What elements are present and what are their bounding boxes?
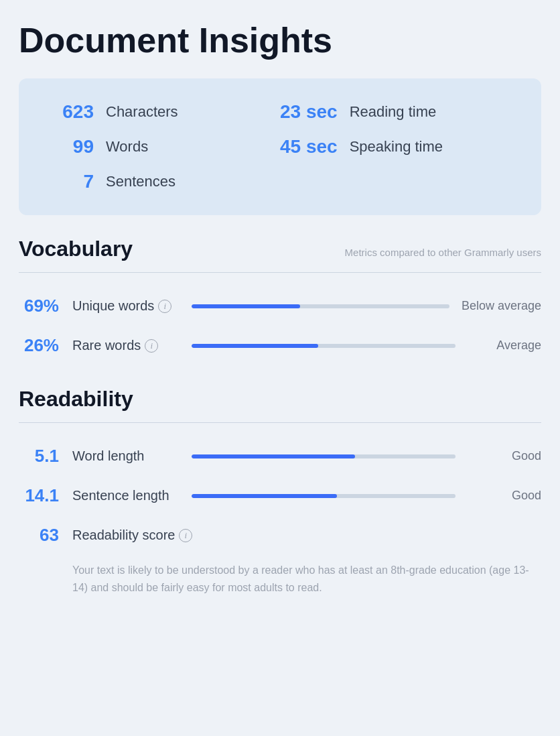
progress-fill-word-length — [192, 454, 355, 458]
progress-bar-word-length — [192, 454, 456, 458]
progress-bar-rare-words — [192, 344, 456, 348]
progress-fill-sentence-length — [192, 494, 337, 498]
metric-label-rare-words: Rare words i — [72, 338, 180, 353]
stat-label-sentences: Sentences — [106, 173, 176, 190]
metric-value-unique-words: 69% — [19, 296, 72, 316]
vocabulary-title: Vocabulary — [19, 237, 133, 261]
metric-rating-unique-words: Below average — [462, 299, 541, 313]
stat-value-characters: 623 — [40, 101, 94, 123]
stat-value-reading-time: 23 sec — [280, 101, 338, 123]
vocabulary-header: Vocabulary Metrics compared to other Gra… — [19, 237, 541, 261]
info-icon-unique-words[interactable]: i — [158, 300, 171, 313]
stat-label-reading-time: Reading time — [350, 103, 437, 121]
info-icon-readability-score[interactable]: i — [179, 529, 192, 542]
metric-row-unique-words: 69% Unique words i Below average — [19, 286, 541, 326]
stat-row-reading-time: 23 sec Reading time — [280, 95, 520, 129]
stat-row-speaking-time: 45 sec Speaking time — [280, 129, 520, 164]
stats-left-column: 623 Characters 99 Words 7 Sentences — [40, 95, 280, 199]
metric-label-word-length: Word length — [72, 448, 180, 464]
readability-header: Readability — [19, 387, 541, 412]
stat-value-speaking-time: 45 sec — [280, 136, 338, 158]
metric-value-rare-words: 26% — [19, 335, 72, 356]
readability-section: Readability 5.1 Word length Good 14.1 Se… — [19, 387, 541, 596]
stat-row-characters: 623 Characters — [40, 95, 280, 129]
stat-label-characters: Characters — [106, 103, 178, 121]
metric-value-word-length: 5.1 — [19, 446, 72, 467]
vocabulary-divider — [19, 272, 541, 273]
stats-card: 623 Characters 99 Words 7 Sentences 23 s… — [19, 78, 541, 215]
stat-label-speaking-time: Speaking time — [350, 138, 443, 156]
stat-value-words: 99 — [40, 136, 94, 158]
readability-divider — [19, 422, 541, 423]
stats-right-column: 23 sec Reading time 45 sec Speaking time — [280, 95, 520, 199]
stat-value-sentences: 7 — [40, 171, 94, 192]
vocabulary-subtitle: Metrics compared to other Grammarly user… — [345, 247, 541, 258]
progress-bar-unique-words — [192, 304, 449, 308]
metric-label-unique-words: Unique words i — [72, 298, 180, 314]
vocabulary-section: Vocabulary Metrics compared to other Gra… — [19, 237, 541, 365]
metric-value-sentence-length: 14.1 — [19, 485, 72, 506]
metric-row-rare-words: 26% Rare words i Average — [19, 326, 541, 365]
stat-row-sentences: 7 Sentences — [40, 164, 280, 199]
readability-description: Your text is likely to be understood by … — [19, 562, 541, 596]
stats-grid: 623 Characters 99 Words 7 Sentences 23 s… — [40, 95, 520, 199]
metric-row-word-length: 5.1 Word length Good — [19, 436, 541, 476]
metric-row-sentence-length: 14.1 Sentence length Good — [19, 476, 541, 515]
metric-rating-rare-words: Average — [468, 339, 541, 353]
metric-value-readability-score: 63 — [19, 525, 72, 546]
progress-fill-rare-words — [192, 344, 318, 348]
metric-rating-word-length: Good — [468, 449, 541, 463]
metric-row-readability-score: 63 Readability score i — [19, 515, 541, 555]
stat-label-words: Words — [106, 138, 148, 156]
info-icon-rare-words[interactable]: i — [145, 339, 158, 353]
metric-label-readability-score: Readability score i — [72, 528, 192, 543]
progress-fill-unique-words — [192, 304, 300, 308]
metric-label-sentence-length: Sentence length — [72, 488, 180, 503]
page-title: Document Insights — [19, 21, 541, 60]
metric-rating-sentence-length: Good — [468, 489, 541, 503]
stat-row-words: 99 Words — [40, 129, 280, 164]
readability-title: Readability — [19, 387, 133, 412]
progress-bar-sentence-length — [192, 494, 456, 498]
